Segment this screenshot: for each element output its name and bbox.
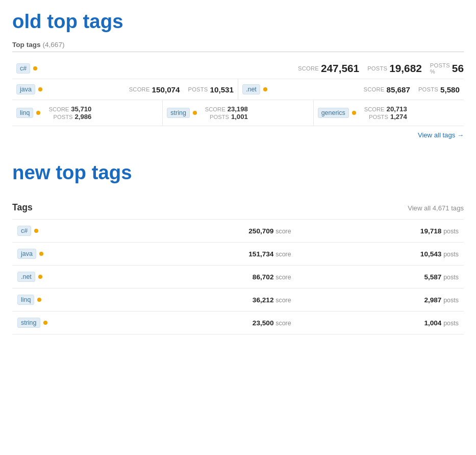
posts-label-string: POSTS (210, 114, 229, 120)
new-posts-num-linq: 2,987 (424, 296, 441, 304)
new-posts-num-java: 10,543 (420, 250, 442, 258)
new-tag-label-c#[interactable]: c# (17, 226, 31, 236)
tag-label-java[interactable]: java (16, 84, 35, 94)
old-tags-header: Top tags (4,667) (12, 41, 464, 49)
old-tag-row-3: linq SCORE 35,710 POSTS 2,986 string SCO… (12, 100, 464, 126)
stat-posts-dotnet: POSTS 5,580 (418, 85, 460, 94)
new-score-num-c#: 250,709 (248, 227, 273, 235)
old-divider (12, 52, 464, 52)
score-label-java: SCORE (129, 86, 150, 92)
score-label-string: SCORE (205, 106, 226, 112)
score-label-csharp: SCORE (298, 65, 319, 71)
posts-row-string: POSTS 1,001 (210, 113, 248, 121)
new-posts-unit-linq: posts (443, 297, 459, 304)
posts-value-java: 10,531 (210, 85, 234, 94)
score-row-generics: SCORE 20,713 (364, 105, 407, 113)
tag-label-csharp[interactable]: c# (16, 63, 30, 74)
posts-row-linq: POSTS 2,986 (54, 113, 92, 121)
posts-label-linq: POSTS (54, 114, 73, 120)
old-tag-cell-generics: generics SCORE 20,713 POSTS 1,274 (313, 100, 464, 126)
tag-label-generics[interactable]: generics (318, 108, 349, 118)
tag-label-linq[interactable]: linq (16, 108, 33, 118)
stat-posts-java: POSTS 10,531 (188, 85, 234, 94)
new-score-unit-.net: score (275, 274, 291, 281)
old-stats-java: SCORE 150,074 POSTS 10,531 (46, 85, 234, 94)
posts-label-java: POSTS (188, 86, 208, 92)
posts-label-generics: POSTS (369, 114, 388, 120)
new-score-num-.net: 86,702 (253, 273, 274, 281)
new-dot-c# (34, 229, 38, 233)
new-tag-row: java 151,734 score 10,543 posts (12, 243, 464, 266)
score-value-linq: 35,710 (71, 105, 91, 113)
old-stats-linq: SCORE 35,710 POSTS 2,986 (48, 105, 91, 121)
new-score-cell-string: 23,500 score (114, 312, 296, 334)
dot-linq (36, 111, 40, 115)
new-posts-cell-string: 1,004 posts (296, 312, 464, 334)
new-tag-cell-java: java (17, 249, 109, 259)
old-tag-cell-linq: linq SCORE 35,710 POSTS 2,986 (12, 100, 162, 126)
new-posts-unit-string: posts (443, 320, 459, 327)
old-tag-cell-string: string SCORE 23,198 POSTS 1,001 (162, 100, 313, 126)
old-tag-row-2: java SCORE 150,074 POSTS 10,531 .net SCO… (12, 79, 464, 100)
tag-label-string[interactable]: string (167, 108, 190, 118)
new-tags-table: c# 250,709 score 19,718 posts java 151 (12, 219, 464, 334)
stat-postspct-csharp: POSTS % 56 (430, 62, 464, 75)
new-dot-linq (37, 298, 41, 302)
old-stats-csharp: SCORE 247,561 POSTS 19,682 POSTS % 56 (298, 58, 464, 79)
new-tag-cell-.net: .net (17, 272, 109, 282)
new-score-num-linq: 36,212 (253, 296, 274, 304)
new-posts-unit-.net: posts (443, 274, 459, 281)
old-tags-count: (4,667) (42, 41, 64, 49)
new-posts-cell-linq: 2,987 posts (296, 289, 464, 312)
score-row-linq: SCORE 35,710 (48, 105, 91, 113)
tag-label-dotnet[interactable]: .net (242, 84, 260, 94)
new-tag-label-linq[interactable]: linq (17, 295, 34, 305)
dot-java (38, 87, 42, 91)
stat-score-dotnet: SCORE 85,687 (364, 85, 410, 94)
new-tag-label-.net[interactable]: .net (17, 272, 35, 282)
new-tags-header: Tags View all 4,671 tags (12, 202, 464, 213)
new-tag-row: .net 86,702 score 5,587 posts (12, 266, 464, 289)
dot-dotnet (263, 87, 267, 91)
view-all-old-tags: View all tags → (12, 126, 464, 141)
new-score-cell-linq: 36,212 score (114, 289, 296, 312)
new-score-unit-string: score (275, 320, 291, 327)
score-label-generics: SCORE (364, 106, 385, 112)
view-all-old-tags-link[interactable]: View all tags → (418, 131, 464, 139)
old-top-tags-section: old top tags Top tags (4,667) c# SCORE 2… (12, 10, 464, 141)
new-tag-cell-linq: linq (17, 295, 109, 305)
posts-value-dotnet: 5,580 (440, 85, 460, 94)
posts-label-csharp: POSTS (367, 65, 387, 71)
old-tag-row-1: c# SCORE 247,561 POSTS 19,682 POSTS % 56 (12, 58, 464, 79)
new-tag-label-string[interactable]: string (17, 318, 40, 328)
new-dot-.net (38, 275, 42, 279)
new-tag-row: string 23,500 score 1,004 posts (12, 312, 464, 334)
score-label-linq: SCORE (48, 106, 69, 112)
score-value-csharp: 247,561 (321, 62, 359, 75)
posts-value-generics: 1,274 (390, 113, 407, 121)
new-score-cell-c#: 250,709 score (114, 220, 296, 243)
stat-score-csharp: SCORE 247,561 (298, 62, 359, 75)
new-posts-num-.net: 5,587 (424, 273, 441, 281)
new-tags-title: Tags (12, 202, 33, 213)
new-score-num-string: 23,500 (253, 319, 274, 327)
score-value-dotnet: 85,687 (386, 85, 410, 94)
postspct-value-csharp: 56 (452, 62, 464, 75)
new-score-unit-java: score (275, 251, 291, 258)
new-tag-cell-c#: c# (17, 226, 109, 236)
score-label-dotnet: SCORE (364, 86, 385, 92)
new-dot-java (39, 252, 43, 256)
old-tags-header-label: Top tags (12, 41, 41, 49)
new-score-unit-linq: score (275, 297, 291, 304)
new-posts-unit-java: posts (443, 251, 459, 258)
new-tag-row: linq 36,212 score 2,987 posts (12, 289, 464, 312)
dot-string (193, 111, 197, 115)
posts-value-linq: 2,986 (75, 113, 92, 121)
stat-posts-csharp: POSTS 19,682 (367, 62, 422, 75)
postspct-label-csharp: POSTS % (430, 62, 450, 75)
new-posts-cell-c#: 19,718 posts (296, 220, 464, 243)
new-top-tags-section: new top tags Tags View all 4,671 tags c#… (12, 161, 464, 334)
score-value-java: 150,074 (152, 85, 180, 94)
new-tag-label-java[interactable]: java (17, 249, 36, 259)
score-value-generics: 20,713 (387, 105, 407, 113)
